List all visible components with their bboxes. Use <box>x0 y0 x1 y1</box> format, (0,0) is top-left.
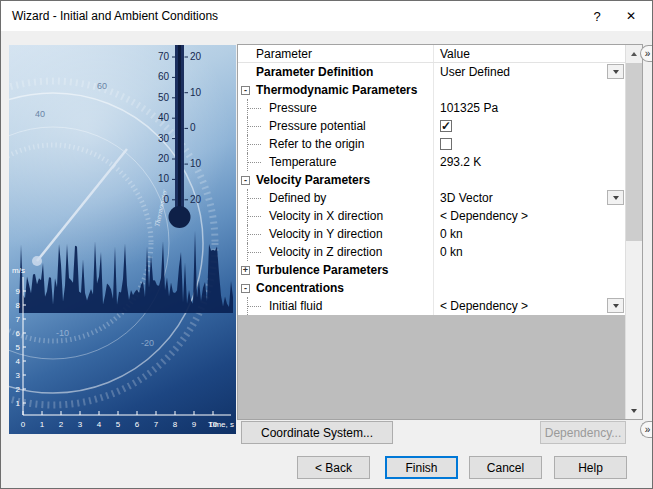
empty-value-cell <box>434 261 625 279</box>
svg-text:60: 60 <box>158 71 170 82</box>
svg-text:1: 1 <box>16 399 21 408</box>
parameter-definition-dropdown-button[interactable] <box>607 64 624 79</box>
svg-text:3: 3 <box>16 371 21 380</box>
temperature-value[interactable]: 293.2 K <box>434 153 625 171</box>
velocity-z-value[interactable]: 0 kn <box>434 243 625 261</box>
param-label: Initial fluid <box>238 297 434 315</box>
arrow-up-icon <box>631 52 637 56</box>
wizard-dialog: Wizard - Initial and Ambient Conditions … <box>0 0 653 489</box>
gauge-hub <box>32 256 42 266</box>
svg-text:20: 20 <box>190 51 202 62</box>
flyout-top-button[interactable]: » <box>640 45 653 62</box>
empty-value-cell <box>434 279 625 297</box>
pressure-potential-checkbox[interactable] <box>440 120 452 132</box>
param-label: Velocity in X direction <box>238 207 434 225</box>
svg-text:5: 5 <box>16 343 21 352</box>
svg-text:70: 70 <box>158 51 170 62</box>
svg-text:7: 7 <box>16 315 21 324</box>
empty-value-cell <box>434 171 625 189</box>
value-text: 3D Vector <box>440 191 493 205</box>
window-title: Wizard - Initial and Ambient Conditions <box>12 9 580 23</box>
thermometer-photo: Thermometer 7060504030201002010010204060… <box>9 45 236 434</box>
svg-text:7: 7 <box>154 420 159 429</box>
svg-text:Time, s: Time, s <box>208 420 234 429</box>
value-text: < Dependency > <box>440 209 528 223</box>
collapse-icon[interactable]: - <box>241 284 250 293</box>
gauge-needle <box>37 149 127 261</box>
dependency-button: Dependency... <box>540 421 626 444</box>
parameter-table: Parameter Value Parameter Definition Use… <box>238 45 625 419</box>
group-label: Velocity Parameters <box>256 173 370 187</box>
help-button[interactable]: Help <box>554 456 627 479</box>
svg-text:10: 10 <box>190 87 202 98</box>
pressure-value[interactable]: 101325 Pa <box>434 99 625 117</box>
defined-by-value[interactable]: 3D Vector <box>434 189 625 207</box>
svg-text:1: 1 <box>40 420 45 429</box>
chevron-down-icon <box>613 70 619 74</box>
initial-fluid-value[interactable]: < Dependency > <box>434 297 625 315</box>
title-bar: Wizard - Initial and Ambient Conditions … <box>1 1 652 31</box>
svg-text:3: 3 <box>78 420 83 429</box>
value-text: 0 kn <box>440 245 463 259</box>
table-scrollbar[interactable] <box>625 45 642 419</box>
value-text: 293.2 K <box>440 155 481 169</box>
row-velocity-y: Velocity in Y direction 0 kn <box>238 225 625 243</box>
param-label: Velocity in Y direction <box>238 225 434 243</box>
value-column-header: Value <box>434 45 625 62</box>
scroll-down-button[interactable] <box>626 402 642 419</box>
svg-text:0: 0 <box>163 194 169 205</box>
svg-text:8: 8 <box>16 301 21 310</box>
thermometer-illustration: Thermometer 7060504030201002010010204060… <box>9 45 236 434</box>
chevron-down-icon <box>613 304 619 308</box>
scrollbar-thumb[interactable] <box>626 63 642 241</box>
value-text: < Dependency > <box>440 299 528 313</box>
svg-text:9: 9 <box>192 420 197 429</box>
svg-text:-20: -20 <box>141 338 154 348</box>
velocity-x-value[interactable]: < Dependency > <box>434 207 625 225</box>
gauge-tick-ring <box>9 81 215 405</box>
flyout-bottom-button[interactable]: » <box>640 421 653 438</box>
svg-text:10: 10 <box>190 158 202 169</box>
param-label: Velocity in Z direction <box>238 243 434 261</box>
table-header: Parameter Value <box>238 45 625 63</box>
svg-text:50: 50 <box>158 92 170 103</box>
svg-text:60: 60 <box>97 81 107 91</box>
row-temperature: Temperature 293.2 K <box>238 153 625 171</box>
initial-fluid-dropdown-button[interactable] <box>607 298 624 313</box>
scrollbar-track[interactable] <box>626 62 642 402</box>
param-label: Pressure potential <box>238 117 434 135</box>
collapse-icon[interactable]: - <box>241 176 250 185</box>
table-empty-area <box>238 315 625 419</box>
group-velocity-parameters: - Velocity Parameters <box>238 171 625 189</box>
param-label: Pressure <box>238 99 434 117</box>
svg-text:30: 30 <box>158 133 170 144</box>
parameter-column-header: Parameter <box>238 45 434 62</box>
svg-text:0: 0 <box>21 420 26 429</box>
refer-origin-checkbox[interactable] <box>440 138 452 150</box>
param-label: Parameter Definition <box>238 63 434 81</box>
back-button[interactable]: < Back <box>297 456 370 479</box>
collapse-icon[interactable]: - <box>241 86 250 95</box>
cancel-button[interactable]: Cancel <box>469 456 542 479</box>
svg-text:20: 20 <box>158 153 170 164</box>
parameter-definition-value[interactable]: User Defined <box>434 63 625 81</box>
row-parameter-definition: Parameter Definition User Defined <box>238 63 625 81</box>
value-text: User Defined <box>440 65 510 79</box>
expand-icon[interactable]: + <box>241 266 250 275</box>
defined-by-dropdown-button[interactable] <box>607 190 624 205</box>
group-turbulence-parameters: + Turbulence Parameters <box>238 261 625 279</box>
row-pressure-potential: Pressure potential <box>238 117 625 135</box>
svg-text:6: 6 <box>16 329 21 338</box>
chevron-down-icon <box>613 196 619 200</box>
group-thermodynamic-parameters: - Thermodynamic Parameters <box>238 81 625 99</box>
param-label: Defined by <box>238 189 434 207</box>
velocity-y-value[interactable]: 0 kn <box>434 225 625 243</box>
gauge-inner-ring <box>9 127 169 359</box>
thermometer-bulb <box>169 206 191 228</box>
coordinate-system-button[interactable]: Coordinate System... <box>241 421 393 444</box>
row-refer-to-origin: Refer to the origin <box>238 135 625 153</box>
titlebar-help-button[interactable]: ? <box>580 1 614 31</box>
finish-button[interactable]: Finish <box>385 456 458 479</box>
close-button[interactable]: ✕ <box>614 1 648 31</box>
svg-text:9: 9 <box>16 287 21 296</box>
